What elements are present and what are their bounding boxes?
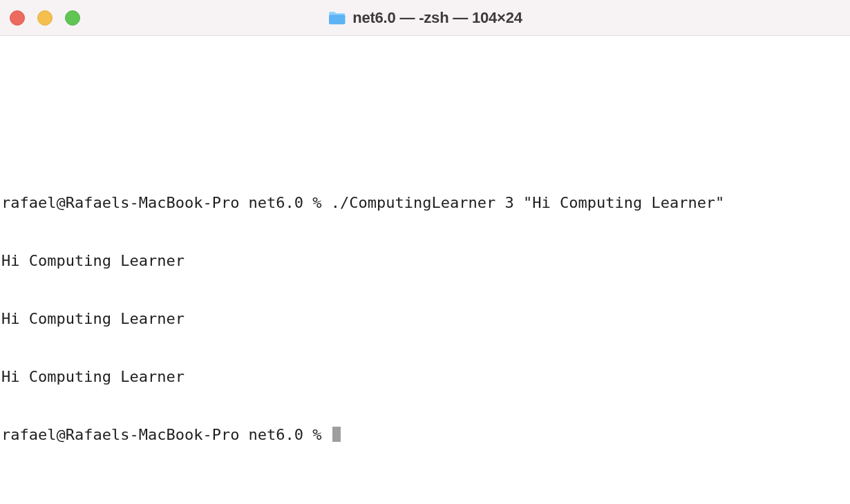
- folder-icon: [328, 10, 346, 26]
- terminal-prompt: rafael@Rafaels-MacBook-Pro net6.0 %: [1, 426, 331, 443]
- window-title: net6.0 — -zsh — 104×24: [328, 9, 522, 27]
- terminal-line: Hi Computing Learner: [1, 309, 850, 329]
- minimize-window-button[interactable]: [37, 10, 53, 26]
- terminal-line: Hi Computing Learner: [1, 367, 850, 387]
- svg-rect-0: [329, 14, 346, 24]
- terminal-prompt-line: rafael@Rafaels-MacBook-Pro net6.0 %: [1, 425, 850, 445]
- terminal-line: Hi Computing Learner: [1, 251, 850, 271]
- close-window-button[interactable]: [10, 10, 25, 26]
- window-titlebar: net6.0 — -zsh — 104×24: [0, 0, 850, 36]
- terminal-content: rafael@Rafaels-MacBook-Pro net6.0 % ./Co…: [0, 75, 850, 483]
- terminal-cursor: [332, 427, 341, 442]
- window-title-text: net6.0 — -zsh — 104×24: [352, 9, 522, 27]
- terminal-body[interactable]: rafael@Rafaels-MacBook-Pro net6.0 % ./Co…: [0, 36, 850, 503]
- zoom-window-button[interactable]: [65, 10, 80, 26]
- traffic-lights: [10, 10, 80, 26]
- terminal-line: rafael@Rafaels-MacBook-Pro net6.0 % ./Co…: [1, 193, 850, 213]
